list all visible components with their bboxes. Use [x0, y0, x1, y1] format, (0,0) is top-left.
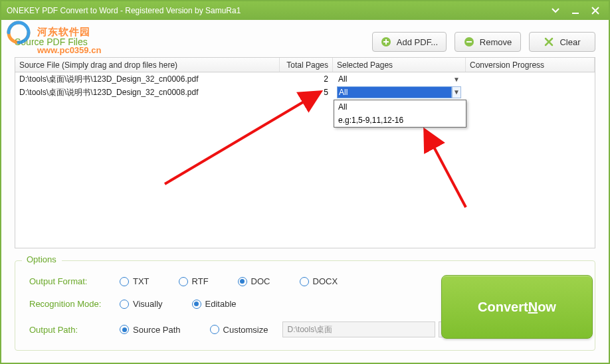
output-path-input	[282, 321, 435, 337]
cell-selected[interactable]: All ▼	[333, 85, 466, 100]
close-button[interactable]	[587, 5, 603, 17]
radio-visually[interactable]: Visually	[120, 299, 163, 309]
radio-editable[interactable]: Editable	[192, 299, 237, 309]
cell-progress	[466, 78, 595, 80]
add-pdf-label: Add PDF...	[397, 37, 438, 47]
radio-custom-path-label: Customsize	[223, 325, 268, 335]
radio-source-path-label: Source Path	[133, 325, 181, 335]
window-title: ONEKEY PDF Convert to Word - Registered …	[7, 6, 241, 15]
titlebar-dropdown-button[interactable]	[548, 5, 563, 17]
svg-line-2	[165, 92, 320, 184]
convert-now-button[interactable]: Convert Now	[441, 275, 593, 339]
cell-total: 5	[280, 86, 333, 98]
add-pdf-button[interactable]: Add PDF...	[372, 32, 447, 52]
radio-doc-label: DOC	[251, 276, 270, 286]
clear-button[interactable]: Clear	[529, 32, 595, 52]
recognition-mode-label: Recognition Mode:	[29, 299, 116, 309]
options-legend: Options	[24, 254, 59, 264]
convert-label-suffix: ow	[538, 300, 556, 315]
radio-editable-label: Editable	[205, 299, 237, 309]
dropdown-option-example[interactable]: e.g:1,5-9,11,12-16	[334, 114, 466, 127]
files-table: Source File (Simply drag and drop files …	[15, 57, 595, 248]
radio-custom-path[interactable]: Customsize	[210, 325, 268, 335]
svg-line-3	[425, 131, 466, 207]
cell-file: D:\tools\桌面\说明书\123D_Design_32_cn0008.pd…	[15, 86, 280, 100]
options-panel: Options Output Format: TXT RTF DOC DOCX …	[15, 260, 595, 351]
remove-label: Remove	[480, 37, 512, 47]
cell-selected[interactable]: All ▼	[333, 73, 466, 85]
cell-total: 2	[280, 73, 333, 85]
table-header: Source File (Simply drag and drop files …	[15, 58, 595, 72]
remove-button[interactable]: Remove	[455, 32, 521, 52]
convert-hotkey: N	[528, 300, 538, 315]
dropdown-option-all[interactable]: All	[334, 100, 466, 114]
chevron-down-icon[interactable]: ▼	[452, 86, 461, 98]
minus-icon	[464, 37, 474, 47]
radio-doc[interactable]: DOC	[238, 276, 270, 286]
radio-docx-label: DOCX	[313, 276, 338, 286]
convert-label-prefix: Convert	[478, 300, 528, 315]
radio-txt-label: TXT	[133, 276, 150, 286]
radio-rtf[interactable]: RTF	[179, 276, 209, 286]
output-format-label: Output Format:	[29, 276, 116, 286]
selected-pages-combo[interactable]: All ▼	[337, 86, 461, 98]
col-selected-pages[interactable]: Selected Pages	[333, 58, 466, 72]
col-total-pages[interactable]: Total Pages	[280, 58, 333, 72]
title-bar: ONEKEY PDF Convert to Word - Registered …	[1, 1, 609, 20]
radio-source-path[interactable]: Source Path	[120, 325, 181, 335]
minimize-button[interactable]	[567, 5, 583, 17]
clear-label: Clear	[559, 37, 580, 47]
source-files-heading: Source PDF Files	[15, 37, 88, 47]
selected-pages-combo[interactable]: All ▼	[337, 74, 461, 84]
x-icon	[544, 37, 554, 47]
radio-visually-label: Visually	[133, 299, 163, 309]
radio-txt[interactable]: TXT	[120, 276, 150, 286]
table-row[interactable]: D:\tools\桌面\说明书\123D_Design_32_cn0008.pd…	[15, 86, 595, 99]
cell-file: D:\tools\桌面\说明书\123D_Design_32_cn0006.pd…	[15, 72, 280, 86]
radio-docx[interactable]: DOCX	[300, 276, 338, 286]
chevron-down-icon[interactable]: ▼	[452, 76, 461, 83]
output-path-label: Output Path:	[29, 325, 116, 335]
plus-icon	[381, 37, 391, 47]
radio-rtf-label: RTF	[192, 276, 209, 286]
cell-progress	[466, 91, 595, 94]
selected-pages-dropdown[interactable]: All e.g:1,5-9,11,12-16	[334, 100, 466, 128]
col-conversion-progress[interactable]: Conversion Progress	[466, 58, 595, 72]
combo-value: All	[337, 74, 452, 84]
table-row[interactable]: D:\tools\桌面\说明书\123D_Design_32_cn0006.pd…	[15, 72, 595, 86]
combo-value: All	[337, 86, 452, 98]
col-source-file[interactable]: Source File (Simply drag and drop files …	[15, 58, 280, 72]
